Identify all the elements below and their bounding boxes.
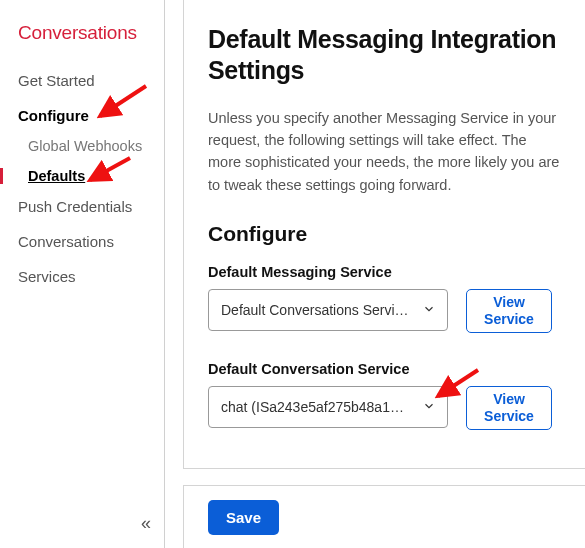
field-label-conversation: Default Conversation Service xyxy=(208,361,561,377)
sidebar-title: Conversations xyxy=(18,22,164,44)
sidebar-item-get-started[interactable]: Get Started xyxy=(18,72,164,89)
section-heading-configure: Configure xyxy=(208,222,561,246)
sidebar-item-push-credentials[interactable]: Push Credentials xyxy=(18,198,164,215)
sidebar-item-conversations[interactable]: Conversations xyxy=(18,233,164,250)
field-default-messaging-service: Default Messaging Service Default Conver… xyxy=(208,264,561,333)
view-messaging-service-button[interactable]: View Service xyxy=(466,289,552,333)
sidebar: Conversations Get Started Configure Glob… xyxy=(0,0,165,548)
view-conversation-service-button[interactable]: View Service xyxy=(466,386,552,430)
settings-panel: Default Messaging Integration Settings U… xyxy=(183,0,585,469)
sidebar-item-configure[interactable]: Configure xyxy=(18,107,164,124)
field-label-messaging: Default Messaging Service xyxy=(208,264,561,280)
select-messaging-service[interactable]: Default Conversations Servi… xyxy=(208,289,448,331)
sidebar-collapse-button[interactable]: « xyxy=(141,513,148,534)
page-description: Unless you specify another Messaging Ser… xyxy=(208,107,561,197)
select-conversation-service[interactable]: chat (ISa243e5af275b48a1… xyxy=(208,386,448,428)
page-title: Default Messaging Integration Settings xyxy=(208,24,561,87)
sidebar-item-defaults[interactable]: Defaults xyxy=(0,168,164,184)
sidebar-item-services[interactable]: Services xyxy=(18,268,164,285)
sidebar-item-global-webhooks[interactable]: Global Webhooks xyxy=(18,138,164,154)
main-area: Default Messaging Integration Settings U… xyxy=(165,0,585,548)
sidebar-configure-subnav: Global Webhooks Defaults xyxy=(18,138,164,184)
save-button[interactable]: Save xyxy=(208,500,279,535)
field-default-conversation-service: Default Conversation Service chat (ISa24… xyxy=(208,361,561,430)
save-panel: Save xyxy=(183,485,585,548)
